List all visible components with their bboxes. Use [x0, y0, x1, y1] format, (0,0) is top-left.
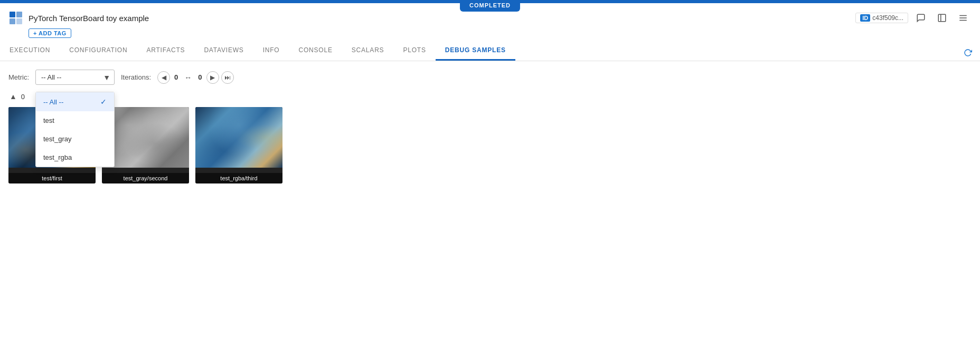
iter-end-value: 0	[196, 73, 204, 81]
image-label-3: test_rgba/third	[195, 173, 282, 183]
metric-row: Metric: -- All -- test test_gray test_rg…	[8, 70, 972, 85]
image-grid: test/first test_gray/second test_rgba/th…	[8, 107, 972, 183]
main-content: Metric: -- All -- test test_gray test_rg…	[0, 61, 980, 183]
tab-artifacts[interactable]: ARTIFACTS	[137, 41, 194, 61]
collapse-row: ▲ 0	[8, 91, 972, 102]
menu-icon-btn[interactable]	[955, 9, 972, 26]
iter-play-button[interactable]: ▶	[206, 71, 219, 84]
tab-scalars[interactable]: SCALARS	[342, 41, 394, 61]
tab-configuration[interactable]: CONFIGURATION	[60, 41, 137, 61]
image-label-2: test_gray/second	[102, 173, 189, 183]
dropdown-item-test-rgba[interactable]: test_rgba	[36, 148, 114, 167]
tab-plots[interactable]: PLOTS	[393, 41, 435, 61]
id-label: ID	[860, 14, 870, 22]
dropdown-item-test-gray[interactable]: test_gray	[36, 130, 114, 148]
refresh-button[interactable]	[960, 45, 976, 61]
iter-end-button[interactable]: ⏭	[221, 71, 234, 84]
iter-prev-button[interactable]: ◀	[157, 71, 170, 84]
svg-rect-2	[10, 18, 15, 24]
metric-label: Metric:	[8, 73, 29, 81]
collapse-button[interactable]: ▲	[8, 91, 18, 102]
image-label-1: test/first	[8, 173, 96, 183]
tab-dataviews[interactable]: DATAVIEWS	[194, 41, 253, 61]
metric-select[interactable]: -- All -- test test_gray test_rgba	[35, 70, 115, 85]
svg-rect-4	[938, 14, 946, 22]
nav-tabs: EXECUTION CONFIGURATION ARTIFACTS DATAVI…	[0, 41, 980, 61]
comment-icon-btn[interactable]	[912, 9, 929, 26]
completed-badge: COMPLETED	[460, 0, 520, 12]
add-tag-button[interactable]: + ADD TAG	[29, 28, 71, 38]
collapse-count: 0	[21, 93, 25, 101]
image-card-2[interactable]: test_gray/second	[102, 107, 189, 183]
painting-2	[102, 107, 189, 168]
image-card-3[interactable]: test_rgba/third	[195, 107, 282, 183]
metric-dropdown: -- All -- ✓ test test_gray test_rgba	[35, 92, 115, 167]
tab-debug-samples[interactable]: DEBUG SAMPLES	[436, 41, 515, 61]
tab-console[interactable]: CONSOLE	[289, 41, 342, 61]
svg-rect-0	[10, 12, 15, 17]
tab-execution[interactable]: EXECUTION	[0, 41, 60, 61]
app-title: PyTorch TensorBoard toy example	[29, 14, 149, 23]
iterations-controls: ◀ 0 ↔ 0 ▶ ⏭	[157, 71, 233, 84]
image-canvas-2	[102, 107, 189, 168]
add-tag-row: + ADD TAG	[0, 26, 980, 38]
check-icon: ✓	[100, 98, 107, 106]
metric-select-wrapper: -- All -- test test_gray test_rgba ▼ -- …	[35, 70, 115, 85]
image-canvas-3	[195, 107, 282, 168]
dropdown-item-test[interactable]: test	[36, 111, 114, 130]
iter-start-value: 0	[172, 73, 180, 81]
header-actions: ID c43f509c...	[855, 9, 972, 26]
svg-rect-3	[16, 18, 22, 24]
expand-icon-btn[interactable]	[934, 9, 950, 26]
id-badge: ID c43f509c...	[855, 13, 908, 23]
tab-info[interactable]: INFO	[253, 41, 289, 61]
dropdown-item-all[interactable]: -- All -- ✓	[36, 92, 114, 111]
svg-rect-1	[16, 12, 22, 17]
painting-3	[195, 107, 282, 168]
id-value: c43f509c...	[872, 14, 903, 22]
iterations-label: Iterations:	[121, 73, 151, 81]
iter-range-icon: ↔	[182, 73, 194, 82]
app-logo	[8, 11, 23, 25]
